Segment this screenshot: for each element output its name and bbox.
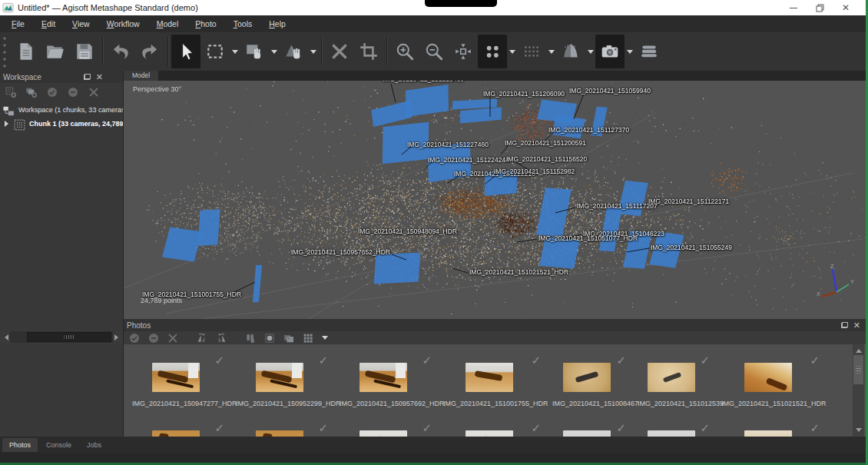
menu-model[interactable]: Model [148, 17, 187, 31]
point-cloud-button[interactable] [478, 35, 507, 68]
dense-cloud-dropdown-caret[interactable] [546, 35, 556, 68]
photo-item[interactable]: ✓ [335, 412, 439, 437]
photo-item[interactable]: ✓ [717, 412, 827, 437]
tree-item-0[interactable]: Workspace (1 chunks, 33 cameras) [0, 103, 123, 117]
photo-thumbnail[interactable] [648, 363, 695, 392]
open-folder-button[interactable] [41, 35, 70, 68]
rectangle-selection-dropdown-caret[interactable] [230, 35, 240, 68]
photo-item[interactable]: ✓ [548, 412, 633, 437]
menu-file[interactable]: File [3, 17, 33, 31]
scroll-left-button[interactable] [0, 330, 10, 344]
menu-tools[interactable]: Tools [225, 17, 261, 31]
workspace-hscrollbar[interactable] [0, 330, 123, 344]
photo-item[interactable]: ✓IMG_20210421_151001755_HDR [439, 344, 548, 412]
photo-thumbnail[interactable] [152, 363, 200, 392]
show-cameras-dropdown-caret[interactable] [624, 35, 634, 68]
shaded-model-button[interactable] [556, 35, 585, 68]
scroll-down-button[interactable] [853, 428, 864, 435]
photo-item[interactable]: ✓ [231, 412, 335, 437]
photo-thumbnail[interactable] [256, 430, 303, 437]
rotate-object-button[interactable] [279, 35, 308, 68]
undo-button[interactable] [106, 35, 135, 68]
photo-thumbnail[interactable] [152, 430, 200, 437]
scroll-up-button[interactable] [853, 346, 864, 353]
zoom-out-button[interactable] [419, 35, 449, 68]
photo-thumbnail[interactable] [465, 363, 513, 392]
photo-thumbnail[interactable] [359, 430, 407, 437]
menu-workflow[interactable]: Workflow [98, 17, 148, 31]
photos-vscrollbar[interactable] [853, 344, 864, 437]
enable-circle-check-button[interactable] [45, 85, 60, 99]
mask-button[interactable] [262, 331, 277, 345]
photo-thumbnail[interactable] [563, 363, 611, 392]
photo-thumbnail[interactable] [648, 430, 695, 437]
move-object-dropdown-caret[interactable] [269, 35, 279, 68]
shaded-model-dropdown-caret[interactable] [585, 35, 595, 68]
disable-circle-minus-button[interactable] [146, 331, 161, 345]
ortho-layers-button[interactable] [634, 35, 664, 68]
model-viewport[interactable]: IMG_20210421_151213460IMG_20210421_15120… [124, 81, 868, 319]
photo-thumbnail[interactable] [256, 363, 303, 392]
hscroll-track[interactable] [10, 331, 113, 343]
dock-tab-console[interactable]: Console [39, 438, 78, 452]
enable-circle-check-button[interactable] [127, 331, 142, 345]
thumbnails-grid-button[interactable] [300, 331, 316, 345]
tree-item-1[interactable]: Chunk 1 (33 cameras, 24,789 [0, 117, 123, 131]
photo-item[interactable]: ✓IMG_20210421_150947277_HDR [128, 344, 231, 412]
maximize-button[interactable] [807, 0, 833, 15]
scroll-right-button[interactable] [113, 330, 123, 344]
rotate-right-button[interactable] [214, 331, 229, 345]
expand-arrow-icon[interactable] [5, 121, 12, 127]
photo-thumbnail[interactable] [744, 430, 792, 437]
photo-item[interactable]: ✓IMG_20210421_150952299_HDR [231, 344, 335, 412]
photo-item[interactable]: ✓IMG_20210421_150957692_HDR [335, 344, 439, 412]
menu-help[interactable]: Help [260, 17, 294, 31]
float-panel-icon[interactable] [841, 322, 848, 328]
reset-view-button[interactable] [449, 35, 478, 68]
show-cameras-button[interactable] [595, 35, 624, 68]
rotate-object-dropdown-caret[interactable] [308, 35, 318, 68]
dock-tab-photos[interactable]: Photos [2, 438, 38, 452]
hscroll-thumb[interactable] [27, 332, 111, 342]
zoom-in-button[interactable] [390, 35, 419, 68]
disable-circle-minus-button[interactable] [65, 85, 81, 99]
rectangle-selection-button[interactable] [200, 35, 230, 68]
toolbar-grip[interactable] [1, 35, 9, 68]
photo-item[interactable]: ✓ [633, 412, 717, 437]
delete-button[interactable] [325, 35, 354, 68]
photo-thumbnail[interactable] [563, 430, 611, 437]
menu-view[interactable]: View [64, 17, 98, 31]
menu-edit[interactable]: Edit [33, 17, 64, 31]
dock-tab-jobs[interactable]: Jobs [80, 438, 108, 452]
select-arrow-button[interactable] [171, 35, 200, 68]
add-photos-button[interactable] [24, 85, 39, 99]
minimize-button[interactable] [780, 0, 807, 15]
photo-item[interactable]: ✓IMG_20210421_151021521_HDR [717, 344, 827, 412]
filter-photos-button[interactable] [243, 331, 258, 345]
close-panel-icon[interactable]: ✕ [96, 73, 103, 81]
dense-cloud-button[interactable] [517, 35, 546, 68]
add-chunk-button[interactable] [3, 85, 18, 99]
close-panel-icon[interactable]: ✕ [853, 321, 860, 330]
point-cloud-dropdown-caret[interactable] [507, 35, 517, 68]
photo-thumbnail[interactable] [359, 363, 407, 392]
overlap-photos-button[interactable] [281, 331, 297, 345]
remove-x-button[interactable] [86, 85, 101, 99]
thumbnails-grid-dropdown-caret[interactable] [320, 331, 330, 344]
vscroll-thumb[interactable] [853, 355, 863, 384]
photo-item[interactable]: ✓IMG_20210421_151008467 [548, 344, 633, 412]
resize-region-button[interactable] [354, 35, 383, 68]
menu-photo[interactable]: Photo [187, 17, 224, 31]
photo-item[interactable]: ✓ [439, 412, 548, 437]
move-object-button[interactable] [240, 35, 269, 68]
photo-item[interactable]: ✓IMG_20210421_151012539 [633, 344, 717, 412]
new-document-button[interactable] [12, 35, 41, 68]
save-button[interactable] [70, 35, 99, 68]
photo-thumbnail[interactable] [744, 363, 792, 392]
rotate-left-button[interactable] [194, 331, 210, 345]
float-panel-icon[interactable] [84, 74, 91, 80]
tab-model[interactable]: Model [124, 71, 158, 81]
photo-thumbnail[interactable] [465, 430, 513, 437]
photo-item[interactable]: ✓ [128, 412, 231, 437]
remove-x-button[interactable] [165, 331, 181, 345]
